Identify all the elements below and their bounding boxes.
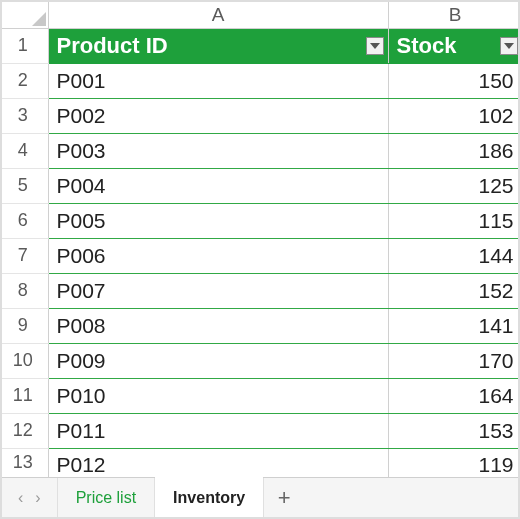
- table-row: 5P004125: [2, 168, 518, 203]
- row-header[interactable]: 12: [2, 413, 48, 448]
- spreadsheet-grid: A B 1 Product ID Stock 2P0011: [2, 2, 518, 477]
- row-header[interactable]: 11: [2, 378, 48, 413]
- row-header[interactable]: 6: [2, 203, 48, 238]
- table-row: 2P001150: [2, 63, 518, 98]
- sheet-tab-inventory[interactable]: Inventory: [155, 478, 264, 517]
- select-all-corner[interactable]: [2, 2, 48, 28]
- cell-product-id[interactable]: P006: [48, 238, 388, 273]
- header-cell-product-id[interactable]: Product ID: [48, 28, 388, 63]
- svg-marker-0: [32, 12, 46, 26]
- header-label: Product ID: [57, 33, 168, 58]
- table-row: 12P011153: [2, 413, 518, 448]
- row-header[interactable]: 2: [2, 63, 48, 98]
- cell-product-id[interactable]: P007: [48, 273, 388, 308]
- row-header[interactable]: 10: [2, 343, 48, 378]
- cell-product-id[interactable]: P002: [48, 98, 388, 133]
- table-row: 4P003186: [2, 133, 518, 168]
- row-header[interactable]: 5: [2, 168, 48, 203]
- table-row: 10P009170: [2, 343, 518, 378]
- row-header[interactable]: 1: [2, 28, 48, 63]
- column-header-B[interactable]: B: [388, 2, 518, 28]
- cell-stock[interactable]: 119: [388, 448, 518, 477]
- header-cell-stock[interactable]: Stock: [388, 28, 518, 63]
- column-header-row: A B: [2, 2, 518, 28]
- spreadsheet-app: A B 1 Product ID Stock 2P0011: [0, 0, 520, 519]
- table-row: 6P005115: [2, 203, 518, 238]
- cell-stock[interactable]: 164: [388, 378, 518, 413]
- cell-product-id[interactable]: P001: [48, 63, 388, 98]
- sheet-tab-price-list[interactable]: Price list: [57, 478, 155, 517]
- cell-stock[interactable]: 115: [388, 203, 518, 238]
- row-header[interactable]: 8: [2, 273, 48, 308]
- tab-nav-prev[interactable]: ‹: [18, 489, 23, 507]
- svg-marker-2: [504, 43, 514, 49]
- cell-product-id[interactable]: P004: [48, 168, 388, 203]
- cell-product-id[interactable]: P005: [48, 203, 388, 238]
- column-header-A[interactable]: A: [48, 2, 388, 28]
- table-row: 7P006144: [2, 238, 518, 273]
- cell-product-id[interactable]: P011: [48, 413, 388, 448]
- tab-nav-next[interactable]: ›: [35, 489, 40, 507]
- row-header[interactable]: 4: [2, 133, 48, 168]
- cell-stock[interactable]: 170: [388, 343, 518, 378]
- table-row: 9P008141: [2, 308, 518, 343]
- tab-bar-spacer: [304, 478, 518, 517]
- cell-stock[interactable]: 144: [388, 238, 518, 273]
- header-label: Stock: [397, 33, 457, 58]
- cell-stock[interactable]: 102: [388, 98, 518, 133]
- cell-product-id[interactable]: P012: [48, 448, 388, 477]
- tab-nav-group: ‹ ›: [2, 478, 57, 517]
- add-sheet-button[interactable]: +: [264, 478, 304, 517]
- filter-button-product-id[interactable]: [366, 37, 384, 55]
- table-header-row: 1 Product ID Stock: [2, 28, 518, 63]
- sheet-tab-bar: ‹ › Price list Inventory +: [2, 477, 518, 517]
- cell-stock[interactable]: 125: [388, 168, 518, 203]
- cell-product-id[interactable]: P009: [48, 343, 388, 378]
- table-row: 8P007152: [2, 273, 518, 308]
- grid-area: A B 1 Product ID Stock 2P0011: [2, 2, 518, 477]
- table-row: 3P002102: [2, 98, 518, 133]
- cell-stock[interactable]: 153: [388, 413, 518, 448]
- chevron-down-icon: [370, 42, 380, 50]
- svg-marker-1: [370, 43, 380, 49]
- row-header[interactable]: 3: [2, 98, 48, 133]
- filter-button-stock[interactable]: [500, 37, 518, 55]
- cell-stock[interactable]: 186: [388, 133, 518, 168]
- row-header[interactable]: 9: [2, 308, 48, 343]
- cell-product-id[interactable]: P010: [48, 378, 388, 413]
- cell-product-id[interactable]: P003: [48, 133, 388, 168]
- row-header[interactable]: 13: [2, 448, 48, 477]
- table-row: 13P012119: [2, 448, 518, 477]
- table-row: 11P010164: [2, 378, 518, 413]
- select-all-triangle-icon: [32, 12, 46, 26]
- chevron-down-icon: [504, 42, 514, 50]
- cell-product-id[interactable]: P008: [48, 308, 388, 343]
- cell-stock[interactable]: 141: [388, 308, 518, 343]
- row-header[interactable]: 7: [2, 238, 48, 273]
- cell-stock[interactable]: 150: [388, 63, 518, 98]
- cell-stock[interactable]: 152: [388, 273, 518, 308]
